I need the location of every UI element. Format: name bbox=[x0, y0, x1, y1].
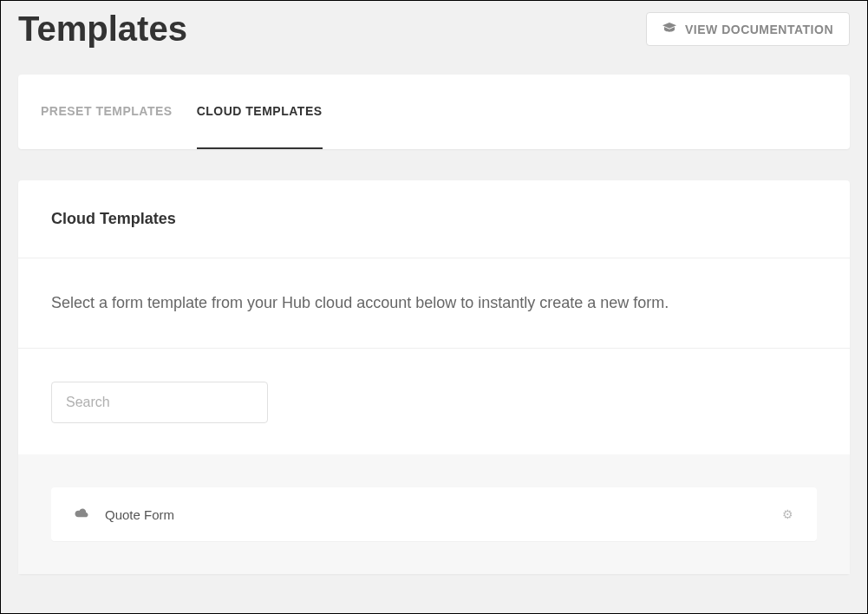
tab-cloud-templates[interactable]: CLOUD TEMPLATES bbox=[197, 75, 323, 149]
section-title: Cloud Templates bbox=[51, 210, 817, 228]
tabs-container: PRESET TEMPLATES CLOUD TEMPLATES bbox=[18, 75, 850, 149]
page-title: Templates bbox=[18, 10, 187, 49]
template-list: Quote Form ⚙ bbox=[18, 454, 850, 574]
cloud-templates-section: Cloud Templates Select a form template f… bbox=[18, 180, 850, 574]
template-name: Quote Form bbox=[105, 507, 765, 522]
graduation-cap-icon bbox=[662, 22, 676, 36]
section-description: Select a form template from your Hub clo… bbox=[18, 258, 850, 349]
search-input[interactable] bbox=[51, 382, 268, 423]
gear-icon[interactable]: ⚙ bbox=[780, 507, 794, 521]
view-documentation-label: VIEW DOCUMENTATION bbox=[685, 23, 833, 36]
tab-preset-templates[interactable]: PRESET TEMPLATES bbox=[41, 75, 173, 149]
view-documentation-button[interactable]: VIEW DOCUMENTATION bbox=[646, 12, 850, 46]
cloud-icon bbox=[74, 506, 89, 522]
template-row[interactable]: Quote Form ⚙ bbox=[51, 487, 817, 541]
